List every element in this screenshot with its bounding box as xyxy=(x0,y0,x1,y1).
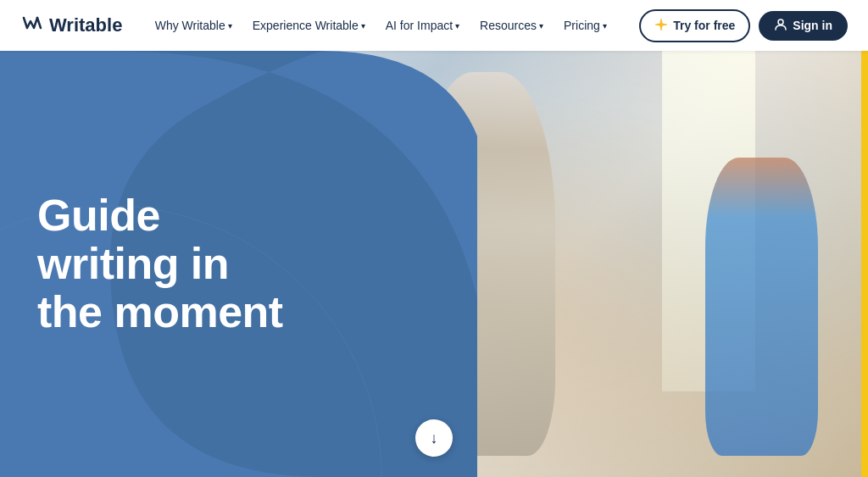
header: Writable Why Writable ▾ Experience Writa… xyxy=(0,0,868,51)
scroll-down-button[interactable]: ↓ xyxy=(415,419,453,457)
try-free-label: Try for free xyxy=(673,19,735,32)
logo[interactable]: Writable xyxy=(20,11,122,40)
try-free-button[interactable]: Try for free xyxy=(639,9,750,42)
sparkle-icon xyxy=(654,18,668,34)
hero-photo xyxy=(243,51,868,477)
sign-in-label: Sign in xyxy=(793,19,832,32)
svg-point-0 xyxy=(778,19,783,25)
chevron-down-icon: ▾ xyxy=(361,21,365,31)
nav-item-resources[interactable]: Resources ▾ xyxy=(471,14,552,37)
sign-in-button[interactable]: Sign in xyxy=(759,11,848,41)
header-actions: Try for free Sign in xyxy=(639,9,848,42)
nav-item-pricing[interactable]: Pricing ▾ xyxy=(555,14,615,37)
nav-item-experience-writable[interactable]: Experience Writable ▾ xyxy=(244,14,374,37)
logo-icon xyxy=(20,11,44,40)
hero-text: Guide writing in the moment xyxy=(37,191,283,337)
nav-item-why-writable[interactable]: Why Writable ▾ xyxy=(147,14,241,37)
student-figure-1 xyxy=(318,179,442,456)
chevron-down-icon: ▾ xyxy=(228,21,232,31)
arrow-down-icon: ↓ xyxy=(431,430,438,447)
logo-text: Writable xyxy=(49,14,122,36)
user-icon xyxy=(774,18,787,34)
main-nav: Why Writable ▾ Experience Writable ▾ AI … xyxy=(147,14,615,37)
student-figure-2 xyxy=(705,158,818,456)
yellow-accent-bar xyxy=(861,51,868,477)
nav-item-ai-for-impact[interactable]: AI for Impact ▾ xyxy=(377,14,468,37)
chevron-down-icon: ▾ xyxy=(455,21,459,31)
chevron-down-icon: ▾ xyxy=(539,21,543,31)
hero-title: Guide writing in the moment xyxy=(37,191,283,337)
hero-section: Guide writing in the moment ↓ xyxy=(0,51,868,477)
chevron-down-icon: ▾ xyxy=(603,21,607,31)
